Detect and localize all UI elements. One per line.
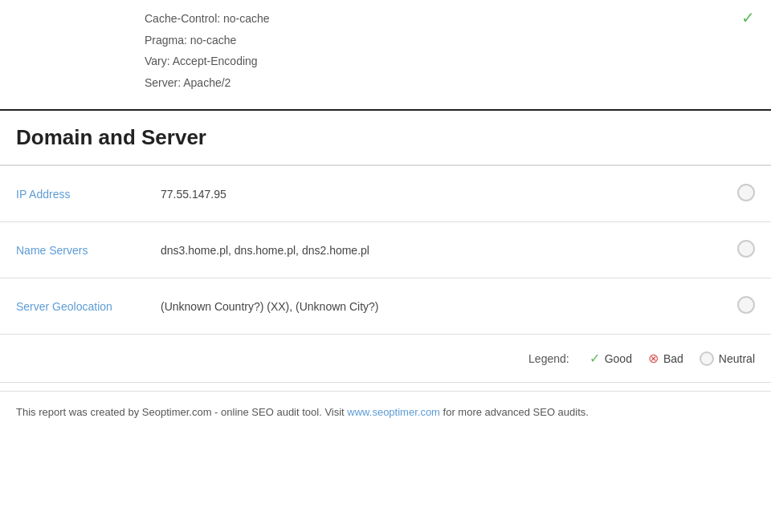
footer: This report was created by Seoptimer.com…	[0, 391, 771, 433]
vary-line: Vary: Accept-Encoding	[145, 51, 755, 72]
legend-label: Legend:	[528, 352, 569, 365]
neutral-circle-icon	[737, 296, 755, 314]
name-servers-label: Name Servers	[0, 222, 145, 278]
header-section: ✓ Cache-Control: no-cache Pragma: no-cac…	[0, 0, 771, 109]
name-servers-value: dns3.home.pl, dns.home.pl, dns2.home.pl	[145, 222, 721, 278]
domain-server-section-title: Domain and Server	[0, 109, 771, 166]
bad-x-icon: ⊗	[648, 351, 659, 366]
legend-good-item: ✓ Good	[589, 351, 632, 366]
neutral-legend-circle-icon	[700, 351, 714, 366]
ip-address-row: IP Address 77.55.147.95	[0, 166, 771, 222]
domain-server-heading: Domain and Server	[16, 125, 755, 150]
server-line: Server: Apache/2	[145, 72, 755, 94]
ip-address-status	[721, 166, 771, 222]
legend-row: Legend: ✓ Good ⊗ Bad Neutral	[0, 335, 771, 383]
cache-control-line: Cache-Control: no-cache	[145, 8, 755, 30]
legend-bad-label: Bad	[663, 352, 683, 365]
server-geolocation-label: Server Geolocation	[0, 278, 145, 335]
good-checkmark-icon: ✓	[589, 351, 600, 366]
seoptimer-link[interactable]: www.seoptimer.com	[347, 406, 440, 418]
footer-text-after: for more advanced SEO audits.	[440, 406, 589, 418]
server-geolocation-status	[721, 278, 771, 335]
neutral-circle-icon	[737, 240, 755, 258]
server-geolocation-row: Server Geolocation (Unknown Country?) (X…	[0, 278, 771, 335]
ip-address-label: IP Address	[0, 166, 145, 222]
name-servers-status	[721, 222, 771, 278]
neutral-circle-icon	[737, 184, 755, 201]
legend-good-label: Good	[605, 352, 632, 365]
pragma-line: Pragma: no-cache	[145, 30, 755, 51]
ip-address-value: 77.55.147.95	[145, 166, 721, 222]
name-servers-row: Name Servers dns3.home.pl, dns.home.pl, …	[0, 222, 771, 278]
legend-neutral-item: Neutral	[700, 351, 755, 366]
server-geolocation-value: (Unknown Country?) (XX), (Unknown City?)	[145, 278, 721, 335]
footer-text-before: This report was created by Seoptimer.com…	[16, 406, 347, 418]
legend-bad-item: ⊗ Bad	[648, 351, 683, 366]
check-icon: ✓	[741, 8, 755, 27]
legend-neutral-label: Neutral	[719, 352, 755, 365]
domain-data-table: IP Address 77.55.147.95 Name Servers dns…	[0, 166, 771, 335]
